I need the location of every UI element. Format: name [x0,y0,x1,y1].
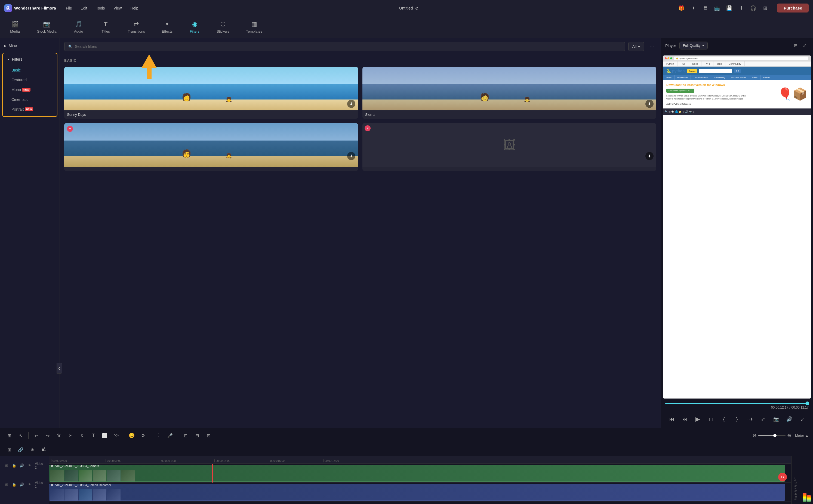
zoom-thumb[interactable] [773,434,777,437]
zoom-in-tl-button[interactable]: ⊕ [787,433,791,438]
track2-lock-icon[interactable]: 🔒 [11,462,17,469]
filter-item-cinematic[interactable]: Cinematic [3,95,57,104]
track1-eye-icon[interactable]: 👁 [26,481,33,488]
track2-speaker-icon[interactable]: 🔊 [18,462,25,469]
settings2-button[interactable]: ⚙ [138,431,148,440]
expand-view-button[interactable]: ⤢ [801,41,809,50]
python-tab-psf[interactable]: PSF [678,61,689,66]
cursor-icon[interactable]: ✈ [688,3,699,14]
freeze-button[interactable]: ❄ [27,445,37,455]
purchase-button[interactable]: Purchase [777,4,809,13]
crop-button[interactable]: ⬜ [100,431,110,440]
mark-out-button[interactable]: } [732,414,743,425]
text-button[interactable]: T [88,431,98,440]
monitor-icon[interactable]: 🖥 [700,3,711,14]
python-tab-docs[interactable]: Docs [689,61,702,66]
mine-item[interactable]: ▶ Mine [0,41,60,51]
python-nav-docs[interactable]: Documentation [691,75,711,80]
python-nav-success[interactable]: Success Stories [728,75,749,80]
stop-button[interactable]: ◻ [706,414,716,425]
media-btn-effects[interactable]: ✦ Effects [157,18,177,36]
track2-add-icon[interactable]: ⊞ [3,462,10,469]
media-btn-filters[interactable]: ◉ Filters [185,18,204,36]
go-to-start-button[interactable]: ⏮ [666,414,677,425]
step-back-button[interactable]: ⏭ [680,414,690,425]
mic-button[interactable]: 🎤 [165,431,175,440]
audio-button[interactable]: ♫ [77,431,87,440]
search-input[interactable] [75,44,621,49]
python-tab-jobs[interactable]: Jobs [713,61,725,66]
media-btn-titles[interactable]: T Titles [96,18,115,36]
track1-speaker-icon[interactable]: 🔊 [18,481,25,488]
more-options-button[interactable]: ··· [647,42,656,51]
download-icon[interactable]: ⬇ [736,3,747,14]
video1-clip[interactable]: ▶ VID_20241010_068504_Screen Recorder [49,484,785,501]
python-search-input[interactable] [699,69,732,73]
sunny-days-download-icon[interactable]: ⬇ [347,100,355,108]
python-tab-python[interactable]: Python [663,61,678,66]
media-btn-media[interactable]: 🎬 Media [5,18,24,36]
sierra-download-icon[interactable]: ⬇ [646,100,654,108]
grid-icon[interactable]: ⊞ [760,3,771,14]
filter-dropdown[interactable]: All ▾ [628,42,644,51]
python-tab-pypi[interactable]: PyPI [702,61,713,66]
mark-in-button[interactable]: { [719,414,730,425]
headphone-icon[interactable]: 🎧 [748,3,759,14]
split2-button[interactable]: ⊡ [204,431,213,440]
storyboard-button[interactable]: ⊡ [181,431,190,440]
media-btn-transitions[interactable]: ⇄ Transitions [123,18,149,36]
python-nav-about[interactable]: About [663,75,675,80]
settings-button[interactable]: ↙ [797,414,808,425]
quality-dropdown[interactable]: Full Quality ▾ [680,42,708,49]
link-button[interactable]: 🔗 [16,445,26,455]
clip-cut-button[interactable]: ✂ [778,473,787,481]
media-btn-stock[interactable]: 📷 Stock Media [33,18,61,36]
grid-view-button[interactable]: ⊞ [792,41,800,50]
smiley-button[interactable]: 😊 [127,431,136,440]
more-tools-button[interactable]: >> [111,431,121,440]
zoom-out-button[interactable]: ⊖ [753,433,757,438]
progress-thumb[interactable] [805,402,809,405]
menu-file[interactable]: File [63,4,75,12]
python-tab-community[interactable]: Community [725,61,745,66]
full-screen-button[interactable]: ⤢ [758,414,769,425]
zoom-in-button[interactable]: ▭⬇ [745,414,756,425]
track1-lock-icon[interactable]: 🔒 [11,481,17,488]
multicam-button[interactable]: 📽 [39,445,48,455]
undo-button[interactable]: ↩ [31,431,41,440]
snapshot-button[interactable]: 📷 [771,414,782,425]
filter-item-mono[interactable]: Mono NEW [3,85,57,95]
redo-button[interactable]: ↪ [43,431,52,440]
cut-button[interactable]: ✂ [66,431,75,440]
media-btn-stickers[interactable]: ⬡ Stickers [212,18,234,36]
screen-icon[interactable]: 📺 [712,3,723,14]
python-nav-downloads[interactable]: Downloads [675,75,691,80]
save-icon[interactable]: 💾 [724,3,735,14]
python-donate-button[interactable]: Donate [687,69,697,73]
video2-clip[interactable]: ▶ VID_20241010_063504_Camera [49,465,785,482]
filters-header[interactable]: ▼ Filters [3,54,57,64]
python-nav-community[interactable]: Community [711,75,728,80]
menu-view[interactable]: View [110,4,125,12]
card4-download-icon[interactable]: ⬇ [646,152,654,160]
browser-address-bar[interactable]: 🔒 python.org/downloads/ [674,57,808,60]
filter-item-basic[interactable]: Basic [3,65,57,75]
menu-help[interactable]: Help [127,4,141,12]
pip-button[interactable]: ⊟ [192,431,202,440]
shield-button[interactable]: 🛡 [154,431,163,440]
meter-dropdown[interactable]: Meter ▲ [795,434,809,438]
play-button[interactable]: ▶ [693,414,703,425]
python-go-button[interactable]: GO [734,69,741,73]
progress-bar[interactable] [665,403,809,404]
filter-item-featured[interactable]: Featured [3,75,57,85]
media-btn-templates[interactable]: ▦ Templates [242,18,266,36]
split-button[interactable]: ⊞ [4,431,14,440]
gift-icon[interactable]: 🎁 [676,3,687,14]
delete-button[interactable]: 🗑 [54,431,64,440]
add-track-button[interactable]: ⊞ [4,445,14,455]
select-button[interactable]: ↖ [16,431,26,440]
python-download-button[interactable]: Download Python 3.13.0 [666,89,694,93]
track2-eye-icon[interactable]: 👁 [26,462,33,469]
python-nav-events[interactable]: Events [761,75,772,80]
filter-card-4[interactable]: 🖼 ♥ ⬇ [362,123,656,171]
